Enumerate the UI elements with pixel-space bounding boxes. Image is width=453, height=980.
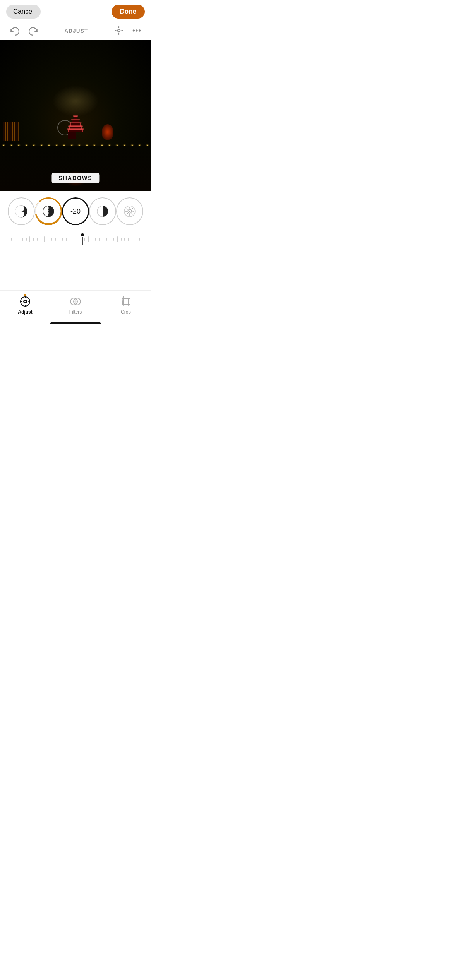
- tick-mark: [59, 236, 60, 242]
- tick: [61, 238, 64, 241]
- tick-mark: [66, 238, 67, 241]
- toolbar-title: ADJUST: [64, 28, 88, 34]
- value-label: -20: [70, 207, 81, 216]
- slider-track[interactable]: [6, 231, 145, 247]
- crop-tab-icon-wrap: [120, 295, 132, 308]
- red-tree: [102, 124, 113, 140]
- tick-mark: [92, 238, 93, 241]
- tick-mark: [103, 236, 103, 242]
- tick: [39, 238, 43, 241]
- tick-mark: [51, 238, 52, 241]
- tick: [6, 238, 10, 241]
- pagoda-tier-5: [68, 129, 83, 132]
- tick: [112, 238, 115, 241]
- more-button[interactable]: [130, 24, 143, 37]
- adjustment-circles-row: -20: [0, 197, 151, 225]
- brilliance-button[interactable]: [8, 197, 35, 225]
- svg-point-0: [118, 29, 120, 32]
- tick: [116, 236, 119, 242]
- location-button[interactable]: [112, 24, 125, 37]
- filters-tab-label: Filters: [69, 309, 82, 315]
- tick-mark: [11, 238, 12, 241]
- done-button[interactable]: Done: [112, 5, 145, 19]
- tick-mark: [136, 238, 136, 241]
- tick-mark: [70, 238, 70, 241]
- tab-filters[interactable]: Filters: [50, 295, 101, 315]
- tab-crop[interactable]: Crop: [101, 295, 151, 315]
- sky-glow: [52, 86, 99, 117]
- tick: [21, 238, 24, 241]
- tick: [50, 238, 53, 241]
- slider-area[interactable]: [0, 231, 151, 247]
- tab-adjust[interactable]: Adjust: [0, 295, 50, 315]
- svg-line-28: [127, 213, 127, 214]
- redo-icon: [29, 26, 39, 36]
- tick: [57, 236, 61, 242]
- photo-area: SHADOWS: [0, 40, 151, 191]
- adjust-icon: [20, 296, 31, 307]
- tick-mark: [22, 238, 23, 241]
- tick: [35, 238, 39, 241]
- tick: [72, 236, 76, 242]
- tab-bar: Adjust Filters Crop: [0, 290, 151, 322]
- tick: [134, 238, 137, 241]
- tick: [137, 238, 141, 241]
- tick-mark: [132, 236, 132, 242]
- contrast-button[interactable]: [35, 197, 62, 225]
- tick: [108, 238, 112, 241]
- water: [0, 146, 151, 191]
- undo-button[interactable]: [8, 24, 21, 37]
- tick: [10, 238, 13, 241]
- tick-mark: [77, 238, 78, 241]
- adjust-tab-icon-wrap: [19, 295, 31, 308]
- tick-mark: [84, 238, 85, 241]
- svg-point-9: [20, 207, 22, 210]
- home-indicator: [50, 322, 101, 324]
- svg-point-20: [129, 211, 130, 212]
- tick-mark: [26, 238, 27, 241]
- tick-mark: [74, 236, 74, 242]
- svg-line-25: [127, 209, 127, 209]
- noise-reduction-button[interactable]: [116, 197, 143, 225]
- svg-point-12: [36, 198, 61, 224]
- svg-line-27: [132, 209, 132, 209]
- redo-button[interactable]: [27, 24, 40, 37]
- tick: [32, 238, 35, 241]
- value-button[interactable]: -20: [62, 197, 89, 225]
- adjust-tab-dot: [24, 294, 26, 296]
- tick-mark: [8, 238, 9, 241]
- tick: [53, 238, 57, 241]
- tick: [24, 238, 28, 241]
- svg-point-5: [133, 30, 134, 31]
- tick-mark: [121, 238, 122, 241]
- tick-mark: [44, 236, 45, 242]
- left-toolbar-icons: [8, 24, 40, 37]
- photo-canvas: SHADOWS: [0, 40, 151, 191]
- tick-mark: [19, 238, 19, 241]
- tick: [94, 238, 97, 241]
- tick-mark: [29, 236, 30, 242]
- tick: [90, 238, 94, 241]
- tick-mark: [128, 238, 129, 241]
- tick-mark: [55, 238, 56, 241]
- tick-mark: [33, 238, 34, 241]
- svg-line-26: [132, 213, 132, 214]
- sparkle-icon: [123, 204, 137, 218]
- svg-point-31: [24, 301, 26, 302]
- more-icon: [132, 26, 142, 36]
- half-circle-icon: [96, 204, 110, 218]
- tick-mark: [62, 238, 63, 241]
- tick-mark: [48, 238, 49, 241]
- svg-point-11: [36, 198, 61, 224]
- svg-rect-38: [123, 299, 129, 304]
- top-bar: Cancel Done: [0, 0, 151, 22]
- filters-tab-icon-wrap: [69, 295, 82, 308]
- cancel-button[interactable]: Cancel: [6, 5, 41, 19]
- pagoda: [68, 116, 83, 139]
- tick: [46, 238, 50, 241]
- tick: [28, 236, 32, 242]
- black-point-button[interactable]: [89, 197, 116, 225]
- tick-mark: [143, 238, 144, 241]
- tick-mark: [113, 238, 114, 241]
- slider-indicator: [81, 233, 84, 245]
